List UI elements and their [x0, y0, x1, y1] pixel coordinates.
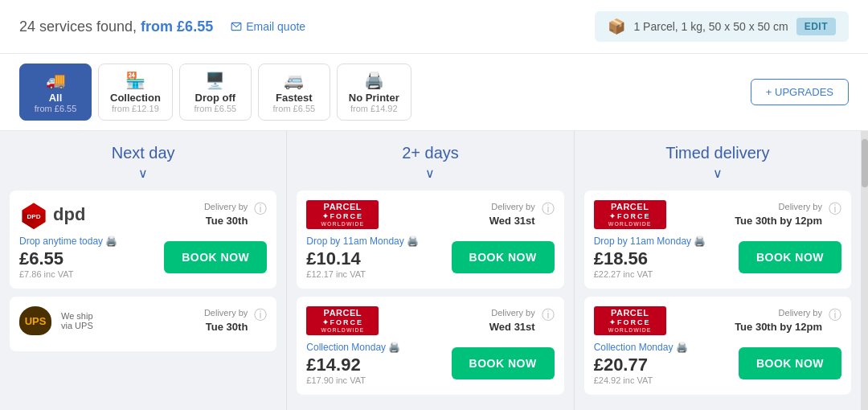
noprinter-icon: 🖨️	[349, 71, 399, 90]
dpd-text: dpd	[53, 204, 85, 225]
next-day-chevron[interactable]: ∨	[10, 166, 276, 181]
scrollbar-thumb[interactable]	[862, 139, 868, 187]
pf1-drop-label: Drop by 11am Monday 🖨️	[306, 236, 419, 247]
pf1-delivery-info: Delivery by Wed 31st	[489, 201, 535, 228]
timed-collection-service-card: PARCEL ✦FORCE WORLDWIDE Delivery by Tue …	[584, 297, 851, 395]
pf1-price-section: Drop by 11am Monday 🖨️ £10.14 £12.17 inc…	[306, 236, 419, 279]
timed1-price: £18.56	[594, 248, 706, 269]
dropoff-icon: 🖥️	[191, 71, 240, 90]
dpd-service-card: DPD dpd Delivery by Tue 30th ⓘ Drop anyt…	[10, 191, 276, 289]
parcel-info: 📦 1 Parcel, 1 kg, 50 x 50 x 50 cm EDIT	[595, 11, 849, 42]
parcel-details: 1 Parcel, 1 kg, 50 x 50 x 50 cm	[633, 20, 788, 33]
services-count: 24 services found,	[19, 18, 137, 35]
email-quote-link[interactable]: Email quote	[231, 20, 305, 33]
tab-all-label: All	[31, 92, 80, 104]
timed2-info-icon[interactable]: ⓘ	[829, 307, 841, 324]
dpd-logo: DPD dpd	[19, 200, 85, 229]
pf2-price-vat: £17.90 inc VAT	[306, 375, 400, 385]
filter-bar: 🚚 All from £6.55 🏪 Collection from £12.1…	[0, 54, 868, 131]
pf1-price-vat: £12.17 inc VAT	[306, 269, 419, 279]
timed1-book-now-button[interactable]: BOOK NOW	[739, 241, 841, 273]
timed1-drop-label: Drop by 11am Monday 🖨️	[594, 236, 706, 247]
edit-button[interactable]: EDIT	[796, 18, 836, 35]
filter-tab-dropoff[interactable]: 🖥️ Drop off from £6.55	[179, 64, 252, 121]
two-plus-days-column: 2+ days ∨ PARCEL ✦FORCE WORLDWIDE Delive…	[287, 131, 574, 410]
email-icon	[231, 21, 242, 32]
tab-noprinter-label: No Printer	[349, 92, 399, 104]
timed2-collection-label: Collection Monday 🖨️	[594, 342, 688, 353]
timed1-info-icon[interactable]: ⓘ	[829, 201, 841, 218]
services-found-text: 24 services found, from £6.55	[19, 18, 213, 35]
next-day-title: Next day	[10, 144, 276, 162]
tab-fastest-price: from £6.55	[270, 104, 318, 113]
collection-icon: 🏪	[110, 71, 161, 90]
ups-logo: UPS We shipvia UPS	[19, 306, 93, 335]
pf1-book-now-button[interactable]: BOOK NOW	[452, 241, 555, 273]
filter-tab-all[interactable]: 🚚 All from £6.55	[19, 64, 92, 121]
pf2-delivery-info: Delivery by Wed 31st	[489, 307, 535, 334]
fastest-icon: 🚐	[270, 71, 318, 90]
ups-service-card: UPS We shipvia UPS Delivery by Tue 30th …	[10, 297, 276, 351]
tab-dropoff-label: Drop off	[191, 92, 240, 104]
two-plus-days-chevron[interactable]: ∨	[297, 166, 563, 181]
timed1-price-vat: £22.27 inc VAT	[594, 269, 706, 279]
parcelforce-logo-2: PARCEL ✦FORCE WORLDWIDE	[306, 306, 379, 335]
parcelforce-logo-1: PARCEL ✦FORCE WORLDWIDE	[306, 200, 379, 229]
svg-text:DPD: DPD	[27, 213, 40, 220]
parcel-icon: 📦	[608, 18, 625, 35]
filter-tab-collection[interactable]: 🏪 Collection from £12.19	[98, 64, 173, 121]
pf-dropby-service-card: PARCEL ✦FORCE WORLDWIDE Delivery by Wed …	[297, 191, 563, 289]
filter-tabs: 🚚 All from £6.55 🏪 Collection from £12.1…	[19, 64, 411, 121]
filter-tab-fastest[interactable]: 🚐 Fastest from £6.55	[258, 64, 330, 121]
pf2-collection-label: Collection Monday 🖨️	[306, 342, 400, 353]
main-content: Next day ∨ DPD dpd Delivery by	[0, 131, 868, 410]
timed1-delivery-info: Delivery by Tue 30th by 12pm	[735, 201, 822, 228]
upgrades-button[interactable]: + UPGRADES	[751, 79, 849, 105]
tab-collection-price: from £12.19	[110, 104, 161, 113]
pf2-info-icon[interactable]: ⓘ	[542, 307, 555, 324]
two-plus-days-title: 2+ days	[297, 144, 563, 162]
pf1-info-icon[interactable]: ⓘ	[542, 201, 555, 218]
filter-tab-noprinter[interactable]: 🖨️ No Printer from £14.92	[337, 64, 411, 121]
timed2-delivery-info: Delivery by Tue 30th by 12pm	[735, 307, 822, 334]
dpd-delivery-info: Delivery by Tue 30th	[204, 201, 248, 228]
pf1-price: £10.14	[306, 248, 419, 269]
timed-delivery-title: Timed delivery	[584, 144, 851, 162]
dpd-drop-label: Drop anytime today 🖨️	[19, 236, 117, 247]
dpd-cube-icon: DPD	[19, 200, 48, 229]
ups-info-icon[interactable]: ⓘ	[254, 307, 267, 324]
timed2-book-now-button[interactable]: BOOK NOW	[739, 347, 841, 379]
tab-dropoff-price: from £6.55	[191, 104, 240, 113]
timed-delivery-chevron[interactable]: ∨	[584, 166, 851, 181]
top-bar: 24 services found, from £6.55 Email quot…	[0, 0, 868, 54]
pf2-price: £14.92	[306, 355, 400, 375]
dpd-price-vat: £7.86 inc VAT	[19, 269, 117, 279]
tab-collection-label: Collection	[110, 92, 161, 104]
price-from: from £6.55	[141, 18, 213, 35]
dpd-price-section: Drop anytime today 🖨️ £6.55 £7.86 inc VA…	[19, 236, 117, 279]
parcelforce-logo-3: PARCEL ✦FORCE WORLDWIDE	[594, 200, 666, 229]
tab-all-price: from £6.55	[31, 104, 80, 113]
timed2-price-vat: £24.92 inc VAT	[594, 375, 688, 385]
pf2-price-section: Collection Monday 🖨️ £14.92 £17.90 inc V…	[306, 342, 400, 385]
dpd-price: £6.55	[19, 248, 117, 269]
parcelforce-logo-4: PARCEL ✦FORCE WORLDWIDE	[594, 306, 666, 335]
timed-dropby-service-card: PARCEL ✦FORCE WORLDWIDE Delivery by Tue …	[584, 191, 851, 289]
dpd-info-icon[interactable]: ⓘ	[254, 201, 267, 218]
pf2-book-now-button[interactable]: BOOK NOW	[452, 347, 555, 379]
next-day-column: Next day ∨ DPD dpd Delivery by	[0, 131, 287, 410]
dpd-book-now-button[interactable]: BOOK NOW	[164, 241, 267, 273]
tab-fastest-label: Fastest	[270, 92, 318, 104]
timed2-price: £20.77	[594, 355, 688, 375]
timed-delivery-column: Timed delivery ∨ PARCEL ✦FORCE WORLDWIDE…	[575, 131, 862, 410]
ups-text: We shipvia UPS	[61, 311, 93, 330]
ups-shield-icon: UPS	[19, 306, 51, 335]
scrollbar[interactable]	[862, 131, 868, 410]
ups-delivery-info: Delivery by Tue 30th	[204, 307, 248, 334]
timed2-price-section: Collection Monday 🖨️ £20.77 £24.92 inc V…	[594, 342, 688, 385]
pf-collection-service-card: PARCEL ✦FORCE WORLDWIDE Delivery by Wed …	[297, 297, 563, 395]
timed1-price-section: Drop by 11am Monday 🖨️ £18.56 £22.27 inc…	[594, 236, 706, 279]
truck-icon: 🚚	[31, 71, 80, 90]
tab-noprinter-price: from £14.92	[349, 104, 399, 113]
